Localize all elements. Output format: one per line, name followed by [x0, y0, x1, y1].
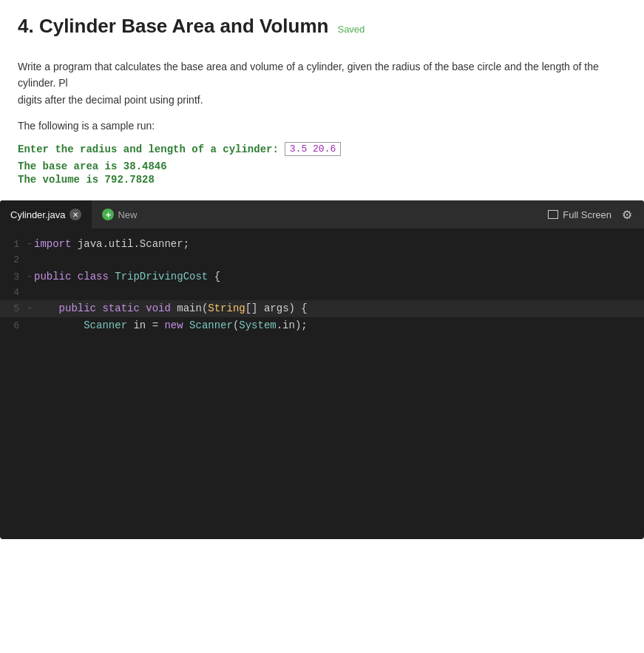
editor-tabs: Cylinder.java ✕ + New Full Screen ⚙ — [0, 200, 644, 229]
tab-filename: Cylinder.java — [10, 209, 65, 220]
line-num-2: 2 — [0, 253, 27, 268]
line-marker-3: - — [27, 268, 34, 285]
code-line-2: 2 — [0, 253, 644, 268]
description: Write a program that calculates the base… — [18, 58, 626, 108]
tab-new[interactable]: + New — [92, 200, 147, 229]
line-num-1: 1 — [0, 237, 27, 253]
code-line-6: 6 Scanner in = new Scanner(System.in); — [0, 317, 644, 334]
settings-icon[interactable]: ⚙ — [622, 208, 632, 222]
code-line-4: 4 — [0, 285, 644, 301]
fullscreen-icon — [548, 210, 558, 219]
sample-prompt-text: Enter the radius and length of a cylinde… — [18, 143, 279, 155]
new-tab-plus-icon: + — [102, 209, 114, 220]
line-num-3: 3 — [0, 270, 27, 285]
code-text-6: Scanner in = new Scanner(System.in); — [34, 317, 644, 334]
page-title: 4. Cylinder Base Area and Volumn Saved — [18, 15, 626, 38]
line-num-6: 6 — [0, 319, 27, 334]
sample-prompt-line: Enter the radius and length of a cylinde… — [18, 142, 626, 156]
tab-new-label: New — [118, 209, 137, 220]
sample-output-2: The volume is 792.7828 — [18, 174, 626, 186]
tab-cylinder-java[interactable]: Cylinder.java ✕ — [0, 200, 92, 229]
line-num-5: 5 — [0, 302, 27, 317]
code-line-1: 1 - import java.util.Scanner; — [0, 236, 644, 253]
sample-run-block: Enter the radius and length of a cylinde… — [18, 142, 626, 186]
editor-body[interactable]: 1 - import java.util.Scanner; 2 3 - publ… — [0, 229, 644, 539]
editor-toolbar-right: Full Screen ⚙ — [548, 208, 644, 222]
desc-line2: digits after the decimal point using pri… — [18, 94, 203, 106]
code-text-3: public class TripDrivingCost { — [34, 268, 644, 285]
sample-input-box: 3.5 20.6 — [285, 142, 341, 156]
saved-badge: Saved — [337, 24, 365, 35]
line-marker-1: - — [27, 236, 34, 252]
page-content: 4. Cylinder Base Area and Volumn Saved W… — [0, 0, 644, 186]
fullscreen-label: Full Screen — [563, 209, 611, 220]
line-num-4: 4 — [0, 285, 27, 301]
sample-output-1: The base area is 38.4846 — [18, 160, 626, 172]
editor-container: Cylinder.java ✕ + New Full Screen ⚙ 1 - … — [0, 200, 644, 539]
code-text-5: public static void main(String[] args) { — [34, 300, 644, 317]
fullscreen-button[interactable]: Full Screen — [548, 209, 611, 220]
line-marker-5: - — [27, 300, 34, 317]
sample-run-label: The following is a sample run: — [18, 120, 626, 132]
code-line-3: 3 - public class TripDrivingCost { — [0, 268, 644, 285]
code-line-5: 5 - public static void main(String[] arg… — [0, 300, 644, 317]
code-text-1: import java.util.Scanner; — [34, 236, 644, 252]
tab-close-button[interactable]: ✕ — [70, 209, 81, 220]
title-text: 4. Cylinder Base Area and Volumn — [18, 15, 328, 38]
desc-line1: Write a program that calculates the base… — [18, 61, 599, 89]
